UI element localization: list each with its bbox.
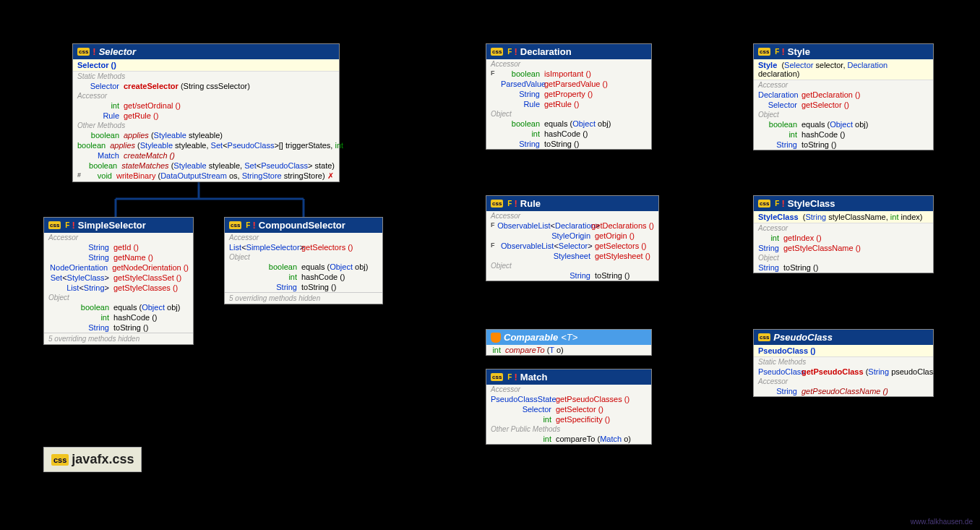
final-flag: F — [507, 373, 512, 381]
member: StylesheetgetStylesheet () — [486, 251, 658, 261]
css-icon: css — [758, 48, 770, 56]
class-header: css PseudoClass — [754, 330, 933, 345]
class-header: css F ! Declaration — [486, 44, 651, 59]
member: List<SimpleSelector>getSelectors () — [225, 242, 382, 252]
class-title: CompoundSelector — [259, 220, 345, 231]
final-flag: F — [507, 48, 512, 56]
css-icon: css — [491, 373, 503, 381]
member: intcompareTo (T o) — [486, 345, 651, 355]
class-header: css F ! CompoundSelector — [225, 218, 382, 233]
member: Selector createSelector (String cssSelec… — [73, 81, 339, 91]
class-title: PseudoClass — [773, 332, 833, 343]
abstract-flag: ! — [781, 46, 784, 57]
member: StringgetName () — [44, 252, 193, 262]
member: FbooleanisImportant () — [486, 69, 651, 79]
section-static: Static Methods — [73, 72, 339, 81]
class-header: css F ! SimpleSelector — [44, 218, 193, 233]
member: inthashCode () — [754, 129, 933, 140]
abstract-flag: ! — [252, 220, 255, 231]
final-flag: F — [775, 48, 779, 56]
member: inthashCode () — [225, 272, 382, 282]
class-title: SimpleSelector — [78, 220, 146, 231]
abstract-flag: ! — [72, 220, 74, 231]
abstract-flag: ! — [514, 46, 517, 57]
member: DeclarationgetDeclaration () — [754, 90, 933, 100]
class-header: css F ! StyleClass — [754, 196, 933, 211]
class-compound-selector: css F ! CompoundSelector Accessor List<S… — [224, 217, 383, 304]
package-label: css javafx.css — [43, 447, 142, 472]
package-name: javafx.css — [72, 452, 134, 467]
class-header: css F ! Style — [754, 44, 933, 59]
member: intgetSpecificity () — [486, 414, 651, 424]
interface-header: Comparable <T> — [486, 330, 651, 345]
footer-note: 5 overriding methods hidden — [44, 333, 193, 344]
class-match: css F ! Match Accessor PseudoClassStateg… — [486, 369, 652, 445]
member: StringtoString () — [754, 262, 933, 273]
abstract-flag: ! — [93, 46, 95, 57]
member: StringtoString () — [44, 322, 193, 333]
member: StringgetProperty () — [486, 89, 651, 99]
css-icon: css — [758, 200, 770, 208]
class-selector: css ! Selector Selector () Static Method… — [72, 43, 340, 182]
member: StyleOrigingetOrigin () — [486, 231, 658, 241]
member: RulegetRule () — [73, 111, 339, 121]
member: booleanapplies (Styleable styleable) — [73, 130, 339, 140]
section-accessor: Accessor — [73, 91, 339, 101]
class-title: StyleClass — [788, 198, 835, 209]
member: inthashCode () — [44, 312, 193, 322]
class-title: Rule — [520, 198, 541, 209]
css-icon: css — [77, 48, 90, 56]
css-icon: css — [229, 221, 241, 229]
final-flag: F — [65, 221, 69, 229]
class-title: Declaration — [520, 46, 572, 57]
member: StringgetPseudoClassName () — [754, 386, 933, 396]
class-rule: css F ! Rule Accessor FObservableList<De… — [486, 195, 659, 281]
class-styleclass: css F ! StyleClass StyleClass (String st… — [753, 195, 934, 273]
final-flag: F — [775, 200, 779, 208]
member: StringtoString () — [486, 139, 651, 149]
constructor-row: Style (Selector selector, Declaration de… — [754, 59, 933, 80]
member: booleanapplies (Styleable styleable, Set… — [73, 140, 339, 150]
class-header: css F ! Rule — [486, 196, 658, 211]
member: FObservableList<Declaration>getDeclarati… — [486, 221, 658, 231]
css-icon: css — [491, 48, 503, 56]
member: booleanequals (Object obj) — [486, 119, 651, 129]
member: PseudoClassgetPseudoClass (String pseudo… — [754, 367, 933, 377]
class-style: css F ! Style Style (Selector selector, … — [753, 43, 934, 150]
interface-comparable: Comparable <T> intcompareTo (T o) — [486, 329, 652, 356]
class-header: css F ! Match — [486, 369, 651, 385]
footer-note: 5 overriding methods hidden — [225, 292, 382, 304]
constructor-row: StyleClass (String styleClassName, int i… — [754, 211, 933, 223]
class-header: css ! Selector — [73, 44, 339, 59]
member: MatchcreateMatch () — [73, 150, 339, 161]
css-icon: css — [758, 333, 770, 341]
member: inthashCode () — [486, 129, 651, 139]
member: intget/setOrdinal () — [73, 101, 339, 111]
class-declaration: css F ! Declaration Accessor FbooleanisI… — [486, 43, 652, 150]
member: booleanequals (Object obj) — [44, 302, 193, 312]
cup-icon — [491, 333, 501, 343]
member: intcompareTo (Match o) — [486, 434, 651, 444]
final-flag: F — [246, 221, 250, 229]
member: FObservableList<Selector>getSelectors () — [486, 241, 658, 251]
abstract-flag: ! — [514, 198, 517, 209]
member: #voidwriteBinary (DataOutputStream os, S… — [73, 171, 339, 181]
css-icon: css — [48, 221, 61, 229]
watermark: www.falkhausen.de — [911, 518, 973, 526]
constructor-row: Selector () — [73, 59, 339, 72]
member: SelectorgetSelector () — [754, 100, 933, 110]
css-icon: css — [491, 200, 503, 208]
css-icon: css — [51, 454, 69, 466]
class-simple-selector: css F ! SimpleSelector Accessor Stringge… — [43, 217, 194, 345]
abstract-flag: ! — [781, 198, 784, 209]
member: List<String>getStyleClasses () — [44, 283, 193, 293]
member: StringgetId () — [44, 242, 193, 252]
member: StringgetStyleClassName () — [754, 243, 933, 253]
class-title: Match — [520, 372, 548, 382]
member: booleanequals (Object obj) — [225, 262, 382, 272]
class-pseudoclass: css PseudoClass PseudoClass () Static Me… — [753, 329, 934, 397]
member: NodeOrientationgetNodeOrientation () — [44, 262, 193, 273]
member: booleanstateMatches (Styleable styleable… — [73, 161, 339, 171]
member: RulegetRule () — [486, 99, 651, 109]
member: SelectorgetSelector () — [486, 404, 651, 414]
